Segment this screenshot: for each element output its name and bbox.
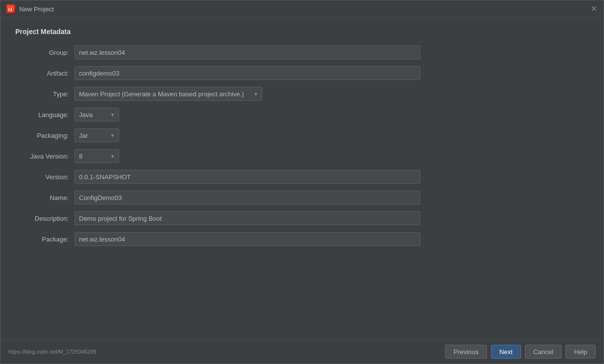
artifact-label: Artifact: <box>15 70 75 77</box>
description-input[interactable] <box>75 211 420 225</box>
language-select-wrapper: Java Kotlin Groovy ▼ <box>75 108 119 121</box>
app-icon: IJ <box>6 4 15 13</box>
java-version-select[interactable]: 8 11 17 21 <box>75 149 119 163</box>
dialog-content: Project Metadata Group: Artifact: Type: … <box>0 18 604 339</box>
cancel-button[interactable]: Cancel <box>525 345 562 359</box>
dialog-title: New Project <box>19 5 586 13</box>
version-input[interactable] <box>75 170 420 184</box>
svg-text:IJ: IJ <box>8 7 12 12</box>
close-button[interactable]: ✕ <box>590 5 598 13</box>
type-label: Type: <box>15 90 75 98</box>
next-button[interactable]: Next <box>491 345 521 359</box>
version-row: Version: <box>15 170 589 184</box>
name-row: Name: <box>15 191 589 204</box>
footer-link[interactable]: https://blog.csdn.net/M_1725046289 <box>8 349 96 355</box>
packaging-select-wrapper: Jar War ▼ <box>75 128 119 142</box>
language-select[interactable]: Java Kotlin Groovy <box>75 108 119 121</box>
group-input[interactable] <box>75 45 420 59</box>
version-label: Version: <box>15 173 75 181</box>
name-label: Name: <box>15 194 75 202</box>
java-version-row: Java Version: 8 11 17 21 ▼ <box>15 149 589 163</box>
java-version-label: Java Version: <box>15 153 75 160</box>
type-row: Type: Maven Project (Generate a Maven ba… <box>15 87 589 101</box>
language-label: Language: <box>15 111 75 119</box>
package-input[interactable] <box>75 232 420 246</box>
java-version-select-wrapper: 8 11 17 21 ▼ <box>75 149 119 163</box>
package-row: Package: <box>15 232 589 246</box>
description-row: Description: <box>15 211 589 225</box>
packaging-select[interactable]: Jar War <box>75 128 119 142</box>
description-label: Description: <box>15 215 75 222</box>
language-row: Language: Java Kotlin Groovy ▼ <box>15 108 589 121</box>
help-button[interactable]: Help <box>565 345 596 359</box>
name-input[interactable] <box>75 191 420 204</box>
title-bar: IJ New Project ✕ <box>0 0 604 18</box>
group-row: Group: <box>15 45 589 59</box>
section-title: Project Metadata <box>15 28 589 36</box>
previous-button[interactable]: Previous <box>445 345 487 359</box>
dialog-footer: https://blog.csdn.net/M_1725046289 Previ… <box>0 339 604 364</box>
type-select-wrapper: Maven Project (Generate a Maven based pr… <box>75 87 262 101</box>
type-select[interactable]: Maven Project (Generate a Maven based pr… <box>75 87 262 101</box>
group-label: Group: <box>15 49 75 56</box>
artifact-input[interactable] <box>75 66 420 80</box>
packaging-row: Packaging: Jar War ▼ <box>15 128 589 142</box>
new-project-dialog: IJ New Project ✕ Project Metadata Group:… <box>0 0 604 364</box>
package-label: Package: <box>15 236 75 243</box>
artifact-row: Artifact: <box>15 66 589 80</box>
packaging-label: Packaging: <box>15 132 75 139</box>
